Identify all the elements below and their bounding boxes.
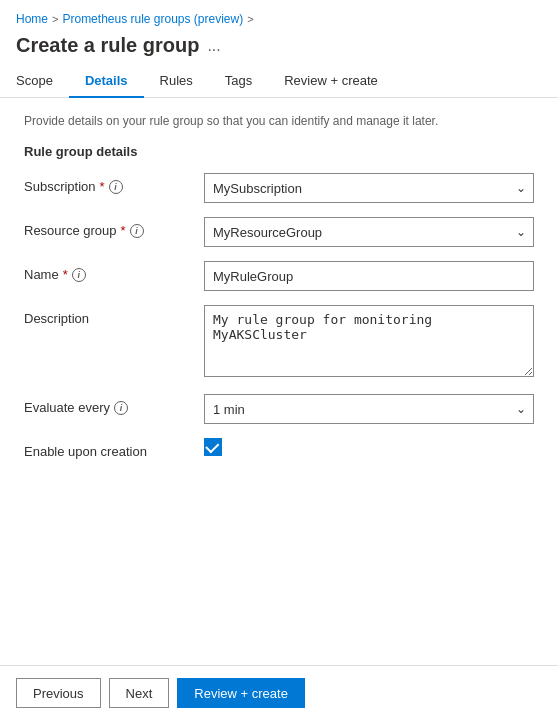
enable-upon-creation-row: Enable upon creation	[24, 438, 534, 459]
previous-button[interactable]: Previous	[16, 678, 101, 708]
evaluate-every-row: Evaluate every i 1 min 5 min 10 min ⌄	[24, 394, 534, 424]
evaluate-every-info-icon[interactable]: i	[114, 401, 128, 415]
page-title-row: Create a rule group ...	[0, 30, 558, 65]
title-menu-icon[interactable]: ...	[207, 37, 220, 55]
breadcrumb-parent[interactable]: Prometheus rule groups (preview)	[62, 12, 243, 26]
tab-rules[interactable]: Rules	[144, 65, 209, 98]
description-label: Description	[24, 305, 204, 326]
name-info-icon[interactable]: i	[72, 268, 86, 282]
evaluate-every-dropdown-wrapper: 1 min 5 min 10 min ⌄	[204, 394, 534, 424]
page-title: Create a rule group	[16, 34, 199, 57]
breadcrumb-sep-2: >	[247, 13, 253, 25]
section-title: Rule group details	[24, 144, 534, 159]
evaluate-every-label: Evaluate every i	[24, 394, 204, 415]
tabs-nav: Scope Details Rules Tags Review + create	[0, 65, 558, 98]
resource-group-row: Resource group * i MyResourceGroup ⌄	[24, 217, 534, 247]
next-button[interactable]: Next	[109, 678, 170, 708]
subscription-info-icon[interactable]: i	[109, 180, 123, 194]
enable-upon-creation-control	[204, 438, 534, 456]
evaluate-every-control: 1 min 5 min 10 min ⌄	[204, 394, 534, 424]
subscription-required: *	[100, 179, 105, 194]
resource-group-info-icon[interactable]: i	[130, 224, 144, 238]
tab-review-create[interactable]: Review + create	[268, 65, 394, 98]
breadcrumb: Home > Prometheus rule groups (preview) …	[0, 0, 558, 30]
name-control	[204, 261, 534, 291]
description-textarea[interactable]: My rule group for monitoring MyAKSCluste…	[204, 305, 534, 377]
enable-upon-creation-checkbox-wrapper[interactable]	[204, 438, 534, 456]
tab-details[interactable]: Details	[69, 65, 144, 98]
description-control: My rule group for monitoring MyAKSCluste…	[204, 305, 534, 380]
review-create-button[interactable]: Review + create	[177, 678, 305, 708]
breadcrumb-sep-1: >	[52, 13, 58, 25]
subscription-row: Subscription * i MySubscription ⌄	[24, 173, 534, 203]
breadcrumb-home[interactable]: Home	[16, 12, 48, 26]
description-row: Description My rule group for monitoring…	[24, 305, 534, 380]
resource-group-required: *	[121, 223, 126, 238]
resource-group-dropdown[interactable]: MyResourceGroup	[204, 217, 534, 247]
name-label: Name * i	[24, 261, 204, 282]
resource-group-dropdown-wrapper: MyResourceGroup ⌄	[204, 217, 534, 247]
subscription-control: MySubscription ⌄	[204, 173, 534, 203]
enable-upon-creation-label: Enable upon creation	[24, 438, 204, 459]
subscription-dropdown[interactable]: MySubscription	[204, 173, 534, 203]
footer: Previous Next Review + create	[0, 665, 558, 720]
evaluate-every-dropdown[interactable]: 1 min 5 min 10 min	[204, 394, 534, 424]
subscription-dropdown-wrapper: MySubscription ⌄	[204, 173, 534, 203]
tab-tags[interactable]: Tags	[209, 65, 268, 98]
tab-scope[interactable]: Scope	[16, 65, 69, 98]
main-content: Provide details on your rule group so th…	[0, 98, 558, 665]
info-text: Provide details on your rule group so th…	[24, 114, 534, 128]
name-required: *	[63, 267, 68, 282]
enable-upon-creation-checkbox[interactable]	[204, 438, 222, 456]
subscription-label: Subscription * i	[24, 173, 204, 194]
resource-group-control: MyResourceGroup ⌄	[204, 217, 534, 247]
name-input[interactable]	[204, 261, 534, 291]
resource-group-label: Resource group * i	[24, 217, 204, 238]
name-row: Name * i	[24, 261, 534, 291]
